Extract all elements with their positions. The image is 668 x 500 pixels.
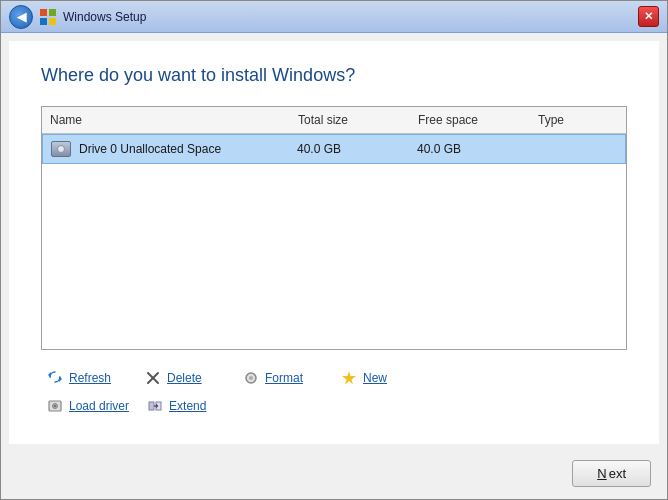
delete-label: Delete <box>167 371 202 385</box>
svg-marker-10 <box>342 371 356 385</box>
extend-icon <box>145 396 165 416</box>
col-header-total: Total size <box>298 113 418 127</box>
delete-button[interactable]: Delete <box>139 366 229 390</box>
delete-icon <box>143 368 163 388</box>
svg-point-9 <box>249 376 253 380</box>
footer: Next <box>1 452 667 499</box>
table-row[interactable]: Drive 0 Unallocated Space 40.0 GB 40.0 G… <box>42 134 626 164</box>
window: ◀ Windows Setup ✕ Where do you want to i… <box>0 0 668 500</box>
close-button[interactable]: ✕ <box>638 6 659 27</box>
svg-rect-3 <box>49 18 56 25</box>
toolbar-row-2: Load driver Extend <box>41 394 627 418</box>
svg-rect-14 <box>149 402 154 410</box>
titlebar: ◀ Windows Setup ✕ <box>1 1 667 33</box>
window-title: Windows Setup <box>63 10 146 24</box>
col-header-free: Free space <box>418 113 538 127</box>
back-button[interactable]: ◀ <box>9 5 33 29</box>
load-driver-label: Load driver <box>69 399 129 413</box>
svg-point-13 <box>54 405 56 407</box>
next-button[interactable]: Next <box>572 460 651 487</box>
col-header-type: Type <box>538 113 618 127</box>
titlebar-left: ◀ Windows Setup <box>9 5 146 29</box>
table-body: Drive 0 Unallocated Space 40.0 GB 40.0 G… <box>42 134 626 349</box>
drive-icon <box>51 141 71 157</box>
extend-button[interactable]: Extend <box>141 394 231 418</box>
toolbar-row-1: Refresh Delete <box>41 366 627 390</box>
format-button[interactable]: Format <box>237 366 327 390</box>
drive-name: Drive 0 Unallocated Space <box>79 142 221 156</box>
new-label: New <box>363 371 387 385</box>
hdd-icon <box>51 141 71 157</box>
load-driver-button[interactable]: Load driver <box>41 394 133 418</box>
toolbar: Refresh Delete <box>41 366 627 420</box>
main-content: Where do you want to install Windows? Na… <box>9 41 659 444</box>
page-title: Where do you want to install Windows? <box>41 65 627 86</box>
windows-setup-icon <box>39 8 57 26</box>
format-icon <box>241 368 261 388</box>
drive-table: Name Total size Free space Type Drive 0 … <box>41 106 627 350</box>
extend-label: Extend <box>169 399 206 413</box>
load-driver-icon <box>45 396 65 416</box>
svg-rect-1 <box>49 9 56 16</box>
svg-rect-0 <box>40 9 47 16</box>
drive-name-cell: Drive 0 Unallocated Space <box>51 141 297 157</box>
format-label: Format <box>265 371 303 385</box>
refresh-button[interactable]: Refresh <box>41 366 131 390</box>
next-rest: ext <box>609 466 626 481</box>
svg-rect-2 <box>40 18 47 25</box>
new-button[interactable]: New <box>335 366 425 390</box>
next-underline-n: N <box>597 466 606 481</box>
drive-free-space: 40.0 GB <box>417 142 537 156</box>
refresh-icon <box>45 368 65 388</box>
refresh-label: Refresh <box>69 371 111 385</box>
drive-total-size: 40.0 GB <box>297 142 417 156</box>
new-icon <box>339 368 359 388</box>
col-header-name: Name <box>50 113 298 127</box>
table-header: Name Total size Free space Type <box>42 107 626 134</box>
